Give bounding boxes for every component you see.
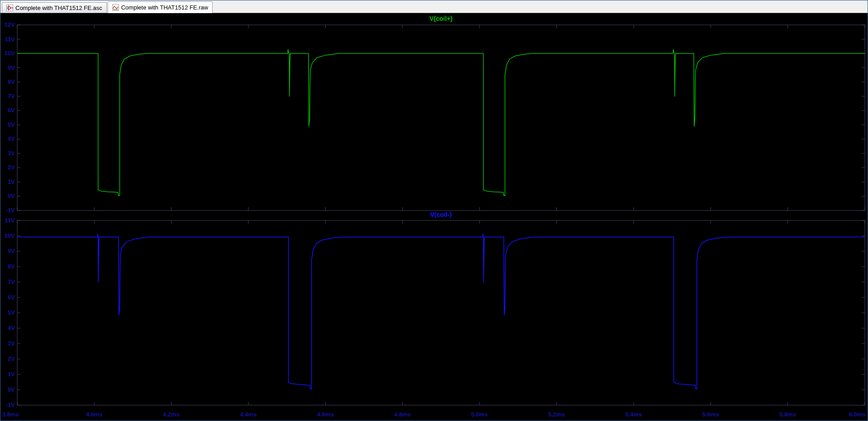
y-axis-label: 9V [8,64,15,71]
pane-title: V(coil-) [430,211,451,218]
plot-box [17,220,865,405]
plot-box [17,25,865,210]
y-axis-label: 6V [8,107,15,114]
x-axis-label: 4.2ms [163,411,180,418]
y-axis-label: 7V [8,278,15,285]
y-axis-label: 7V [8,93,15,100]
x-axis-label: 4.4ms [240,411,257,418]
y-axis-label: 1V [8,178,15,185]
y-axis-label: 0V [8,192,15,199]
ltspice-window: Complete with THAT1512 FE.asc Complete w… [0,0,868,421]
y-axis-label: 2V [8,355,15,362]
x-axis-label: 6.0ms [849,411,866,418]
x-axis-label: 4.0ms [86,411,103,418]
waveform-viewer[interactable]: V(coil+)12V11V10V9V8V7V6V5V4V3V2V1V0V-1V… [0,13,868,421]
y-axis-label: 3V [8,150,15,157]
trace-V(coil-) [17,234,865,389]
tab-waveform-label: Complete with THAT1512 FE.raw [121,4,208,11]
x-axis-label: 5.0ms [471,411,488,418]
y-axis-label: 12V [5,21,15,28]
tab-schematic-label: Complete with THAT1512 FE.asc [15,5,102,11]
x-axis-label: 5.4ms [625,411,642,418]
y-axis-label: 11V [5,36,15,43]
tab-bar: Complete with THAT1512 FE.asc Complete w… [0,0,868,13]
pane-title: V(coil+) [430,15,453,22]
waveform-icon [112,4,119,11]
y-axis-label: 2V [8,164,15,171]
y-axis-label: 6V [8,294,15,301]
y-axis-label: 10V [5,50,15,57]
x-axis-label: 5.2ms [548,411,565,418]
y-axis-label: 5V [8,309,15,316]
trace-V(coil+) [17,49,865,196]
y-axis-label: 11V [5,217,15,224]
x-axis-label: 4.8ms [394,411,411,418]
y-axis-label: 4V [8,325,15,331]
x-axis-label: 4.6ms [317,411,334,418]
tab-waveform[interactable]: Complete with THAT1512 FE.raw [108,1,213,13]
y-axis-label: 3V [8,340,15,347]
y-axis-label: 0V [8,386,15,393]
y-axis-label: 5V [8,121,15,128]
tab-schematic[interactable]: Complete with THAT1512 FE.asc [2,2,107,13]
y-axis-label: 1V [8,371,15,378]
x-axis-label: 5.6ms [702,411,719,418]
waveform-plot-svg[interactable]: V(coil+)12V11V10V9V8V7V6V5V4V3V2V1V0V-1V… [0,13,868,421]
x-axis-label: 3.8ms [2,411,19,418]
y-axis-label: 4V [8,135,15,142]
x-axis-label: 5.8ms [779,411,796,418]
y-axis-label: 9V [8,248,15,254]
y-axis-label: 8V [8,78,15,85]
y-axis-label: -1V [6,402,15,408]
y-axis-label: -1V [6,207,15,214]
y-axis-label: 8V [8,263,15,270]
schematic-icon [6,5,13,11]
y-axis-label: 10V [5,232,15,239]
